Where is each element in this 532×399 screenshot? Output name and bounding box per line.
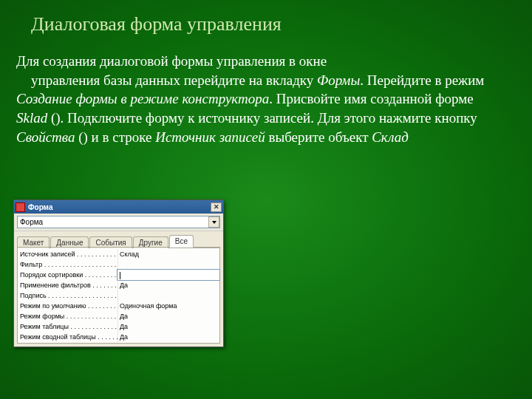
body-em: Источник записей <box>155 129 265 145</box>
property-grid: Источник записей . . . . . . . . . . . С… <box>17 248 220 344</box>
prop-row-pivot-view[interactable]: Режим сводной таблицы . . . . . . Да <box>18 332 219 342</box>
body-em: Формы <box>317 72 360 88</box>
prop-value[interactable] <box>117 290 219 301</box>
dialog-title: Форма <box>28 203 211 211</box>
prop-value[interactable] <box>117 259 219 270</box>
tab-all[interactable]: Все <box>169 235 194 248</box>
prop-label: Режим сводной таблицы . . . . . . <box>18 332 117 342</box>
body-line: () и в строке <box>75 129 155 145</box>
prop-label: Фильтр . . . . . . . . . . . . . . . . .… <box>18 259 117 270</box>
slide-body: Для создания диалоговой формы управления… <box>0 35 532 146</box>
prop-value[interactable]: Да <box>117 280 219 290</box>
prop-row-sort[interactable]: Порядок сортировки . . . . . . . . . <box>18 270 219 280</box>
text-cursor <box>120 272 120 279</box>
body-line: Для создания диалоговой формы управления… <box>16 53 327 69</box>
body-line: выберите объект <box>265 129 372 145</box>
prop-row-caption[interactable]: Подпись . . . . . . . . . . . . . . . . … <box>18 290 219 301</box>
prop-value[interactable]: Да <box>117 321 219 332</box>
chevron-down-icon <box>212 221 216 224</box>
body-line: (). Подключите форму к источнику записей… <box>47 110 477 126</box>
prop-label: Режим таблицы . . . . . . . . . . . . . <box>18 321 117 332</box>
body-line: . Перейдите в режим <box>360 72 484 88</box>
prop-label: Порядок сортировки . . . . . . . . . <box>18 270 117 280</box>
prop-value[interactable] <box>117 270 219 280</box>
prop-row-form-view[interactable]: Режим формы . . . . . . . . . . . . . . … <box>18 311 219 321</box>
prop-label: Режим формы . . . . . . . . . . . . . . <box>18 311 117 321</box>
body-em: Склад <box>372 129 409 145</box>
slide-title: Диалоговая форма управления <box>0 0 532 35</box>
body-em: Свойства <box>16 129 75 145</box>
prop-label: Применение фильтров . . . . . . . <box>18 280 117 290</box>
close-icon[interactable]: ✕ <box>211 202 222 212</box>
prop-value[interactable]: Одиночная форма <box>117 301 219 311</box>
object-selector[interactable]: Форма <box>17 216 220 228</box>
prop-value[interactable]: Да <box>117 311 219 321</box>
form-icon <box>16 202 25 212</box>
prop-value[interactable]: Да <box>117 332 219 342</box>
prop-label: Подпись . . . . . . . . . . . . . . . . … <box>18 290 117 301</box>
prop-value[interactable]: Склад <box>117 249 219 259</box>
body-line: . Присвойте имя созданной форме <box>269 91 473 106</box>
object-selector-value: Форма <box>20 218 208 226</box>
prop-row-apply-filters[interactable]: Применение фильтров . . . . . . . Да <box>18 280 219 290</box>
prop-row-filter[interactable]: Фильтр . . . . . . . . . . . . . . . . .… <box>18 259 219 270</box>
dropdown-button[interactable] <box>208 216 219 228</box>
prop-label: Источник записей . . . . . . . . . . . <box>18 249 117 259</box>
tabs-row: Макет Данные События Другие Все <box>14 231 223 248</box>
body-line: управления базы данных перейдите на вкла… <box>31 72 317 88</box>
prop-row-default-view[interactable]: Режим по умолчанию . . . . . . . . Одино… <box>18 301 219 311</box>
prop-label: Режим по умолчанию . . . . . . . . <box>18 301 117 311</box>
properties-dialog: Форма ✕ Форма Макет Данные События Други… <box>13 200 224 347</box>
body-em: Создание формы в режиме конструктора <box>16 91 269 106</box>
body-em: Sklad <box>16 110 47 126</box>
object-selector-row: Форма <box>14 214 223 231</box>
prop-row-source[interactable]: Источник записей . . . . . . . . . . . С… <box>18 249 219 259</box>
dialog-titlebar[interactable]: Форма ✕ <box>14 200 223 214</box>
prop-row-datasheet-view[interactable]: Режим таблицы . . . . . . . . . . . . . … <box>18 321 219 332</box>
